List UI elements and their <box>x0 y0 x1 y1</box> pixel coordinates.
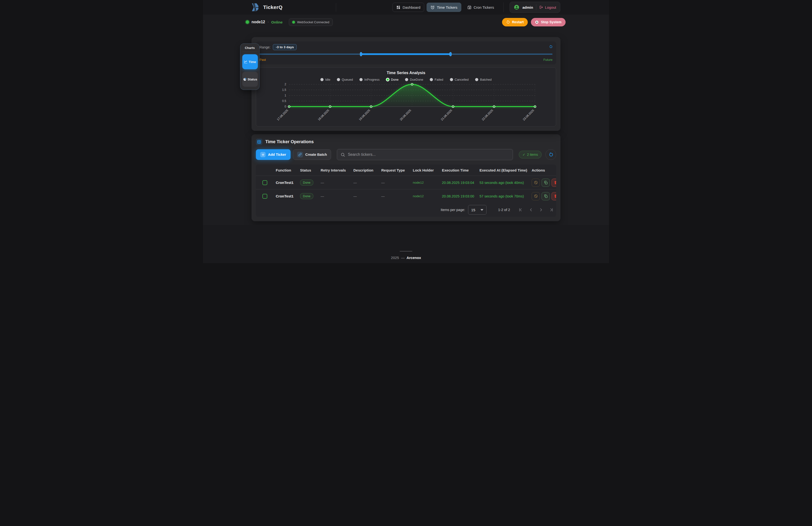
slider-handle-start[interactable] <box>360 52 362 56</box>
plus-icon <box>260 152 265 157</box>
system-actions: Restart Stop System <box>502 18 566 26</box>
line-chart-icon <box>244 60 248 64</box>
legend-item-failed[interactable]: Failed <box>430 78 443 81</box>
create-batch-button[interactable]: Create Batch <box>293 149 331 160</box>
legend-item-queued[interactable]: Queued <box>337 78 353 81</box>
nav-time-tickers[interactable]: Time Tickers <box>426 3 461 12</box>
svg-text:22.08.2025: 22.08.2025 <box>481 108 494 121</box>
chart-legend: Idle Queued InProgress Done <box>260 78 552 81</box>
first-page-button[interactable] <box>518 207 523 212</box>
operations-header: Time Ticker Operations <box>256 139 556 145</box>
chevron-right-icon <box>539 207 543 212</box>
slider-selected-range[interactable] <box>361 53 451 55</box>
row-actions <box>529 179 556 187</box>
status-bar: node12 · Online WebSocket Connected Rest… <box>203 15 609 30</box>
past-label: Past <box>260 58 266 62</box>
footer-brand: Arcenox <box>406 256 421 260</box>
range-reset-button[interactable] <box>549 45 552 49</box>
add-ticker-label: Add Ticker <box>268 153 286 156</box>
operations-toolbar: Add Ticker Create Batch <box>256 149 556 160</box>
node-status: node12 · Online WebSocket Connected <box>246 18 333 26</box>
legend-dot-icon <box>320 78 323 81</box>
app-title: TickerQ <box>263 4 282 10</box>
cell-request-type: — <box>378 194 410 198</box>
footer-year: 2025 <box>391 256 399 260</box>
user-avatar-icon <box>514 4 520 10</box>
restart-button[interactable]: Restart <box>502 18 528 26</box>
prev-page-button[interactable] <box>528 207 533 212</box>
nav-cron-tickers[interactable]: Cron Tickers <box>464 3 498 12</box>
page-footer: 2025 — Arcenox <box>203 225 609 263</box>
delete-ticker-button[interactable] <box>552 179 556 187</box>
operations-card: Time Ticker Operations Add Ticker <box>251 134 561 221</box>
chart-tab-status[interactable]: Status <box>242 72 258 87</box>
legend-item-idle[interactable]: Idle <box>320 78 330 81</box>
cell-request-type: — <box>378 181 410 185</box>
node-name: node12 <box>251 20 265 24</box>
cell-function: CronTest1 <box>273 180 297 185</box>
range-value-chip[interactable]: -3 to 3 days <box>273 44 296 50</box>
charts-sidebar: Charts Time Status <box>240 43 260 90</box>
calendar-sync-icon <box>467 5 472 10</box>
svg-text:21.08.2025: 21.08.2025 <box>440 108 453 121</box>
stop-system-label: Stop System <box>541 20 562 24</box>
add-ticker-button[interactable]: Add Ticker <box>256 149 291 160</box>
page-size-select[interactable]: 15 <box>468 205 487 215</box>
cancel-ticker-button[interactable] <box>532 192 540 200</box>
cell-executed-at: 53 seconds ago (took 40ms) <box>477 181 529 185</box>
charts-sidebar-title: Charts <box>242 46 257 52</box>
cancel-ticker-button[interactable] <box>532 179 540 187</box>
row-checkbox[interactable] <box>262 180 267 185</box>
search-icon <box>340 152 345 157</box>
legend-item-done[interactable]: Done <box>386 78 398 81</box>
nav-dashboard[interactable]: Dashboard <box>392 3 424 12</box>
cell-description: — <box>350 181 378 185</box>
legend-dot-icon <box>430 78 433 81</box>
chart-panel: Time Series Analysis Idle Queued InProgr… <box>256 67 556 126</box>
duplicate-ticker-button[interactable] <box>541 179 550 187</box>
page-size-value: 15 <box>471 208 475 212</box>
header-status: Status <box>297 168 318 172</box>
header-executed-at: Executed At (Elapsed Time) <box>477 168 529 172</box>
table-icon <box>256 139 262 145</box>
chart-tab-time[interactable]: Time <box>242 54 258 69</box>
cell-retry-intervals: — <box>318 181 350 185</box>
chart-tab-time-label: Time <box>249 60 256 64</box>
legend-dot-icon <box>360 78 363 81</box>
cell-function: CronTest1 <box>273 194 297 198</box>
items-per-page-label: Items per page: <box>441 208 465 212</box>
cell-lock-holder: node12 <box>410 181 439 184</box>
footer-dash: — <box>401 256 405 260</box>
svg-text:19.08.2025: 19.08.2025 <box>358 108 371 121</box>
main-content: Charts Time Status <box>203 30 609 221</box>
status-badge: Done <box>300 193 313 199</box>
duplicate-ticker-button[interactable] <box>541 192 550 200</box>
next-page-button[interactable] <box>539 207 543 212</box>
svg-text:0.5: 0.5 <box>282 99 286 103</box>
node-separator: · <box>267 20 269 24</box>
stop-system-button[interactable]: Stop System <box>531 18 566 26</box>
legend-item-batched[interactable]: Batched <box>475 78 492 81</box>
last-page-button[interactable] <box>549 207 554 212</box>
search-input[interactable] <box>348 152 509 157</box>
row-checkbox[interactable] <box>262 194 267 199</box>
refresh-table-button[interactable] <box>546 149 556 160</box>
time-range-slider[interactable] <box>260 51 552 57</box>
legend-item-cancelled[interactable]: Cancelled <box>450 78 469 81</box>
logout-button[interactable]: Logout <box>539 5 556 10</box>
delete-ticker-button[interactable] <box>552 192 556 200</box>
search-box <box>337 149 513 160</box>
check-icon: ✓ <box>522 153 525 156</box>
chart-card: Charts Time Status <box>251 37 561 131</box>
cell-execution-time: 20.08.2025 19:03:00 <box>439 194 477 198</box>
chevron-left-icon <box>528 207 533 212</box>
cell-description: — <box>350 194 378 198</box>
stop-icon <box>535 20 539 24</box>
future-label: Future <box>543 58 552 62</box>
legend-item-duedone[interactable]: DueDone <box>405 78 423 81</box>
legend-dot-icon <box>386 78 389 81</box>
slider-handle-end[interactable] <box>449 52 452 56</box>
legend-item-inprogress[interactable]: InProgress <box>360 78 380 81</box>
items-count-badge: ✓ 2 items <box>519 151 541 159</box>
brand: TickerQ <box>250 3 282 12</box>
